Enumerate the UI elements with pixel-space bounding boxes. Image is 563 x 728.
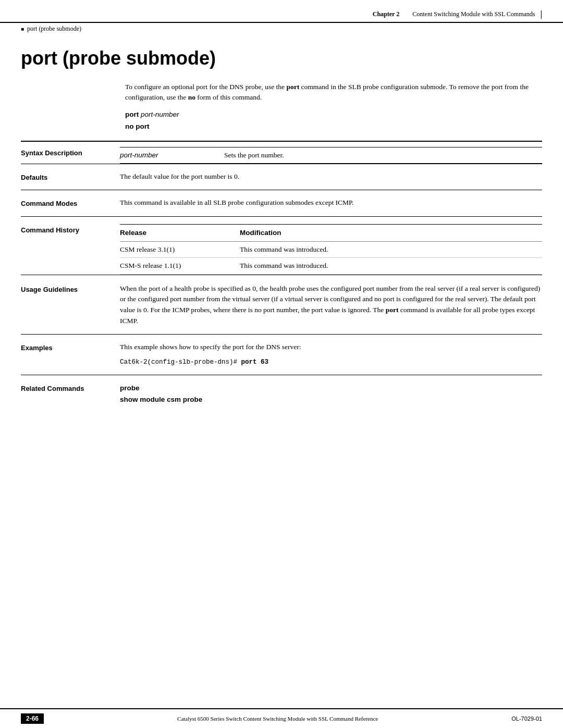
page-header: Chapter 2 Content Switching Module with …: [0, 0, 563, 23]
history-modification-2: This command was introduced.: [240, 258, 542, 274]
history-row-2: CSM-S release 1.1(1) This command was in…: [120, 258, 542, 274]
breadcrumb-text: port (probe submode): [27, 25, 81, 33]
code-cmd: port 63: [237, 359, 268, 366]
syntax-description-label: Syntax Description: [21, 147, 120, 164]
related-cmd-2: show module csm probe: [120, 394, 542, 405]
breadcrumb: ■ port (probe submode): [0, 23, 563, 37]
command-modes-content: This command is available in all SLB pro…: [120, 198, 542, 209]
command-modes-label: Command Modes: [21, 198, 120, 209]
intro-section: To configure an optional port for the DN…: [125, 82, 542, 130]
syntax-param: port-number: [120, 147, 224, 163]
footer-page-number: 2-66: [21, 713, 44, 724]
related-commands-label: Related Commands: [21, 382, 120, 405]
page-footer: 2-66 Catalyst 6500 Series Switch Content…: [0, 708, 563, 728]
related-cmd-1: probe: [120, 382, 542, 394]
usage-guidelines-section: Usage Guidelines When the port of a heal…: [21, 275, 542, 335]
header-chapter: Chapter 2: [373, 10, 399, 18]
intro-paragraph: To configure an optional port for the DN…: [125, 82, 542, 103]
examples-code-line: Cat6k-2(config-slb-probe-dns)# port 63: [120, 356, 542, 367]
history-row-1: CSM release 3.1(1) This command was intr…: [120, 242, 542, 258]
defaults-section: Defaults The default value for the port …: [21, 164, 542, 190]
main-content: port (probe submode) To configure an opt…: [0, 37, 563, 443]
code-prefix: Cat6k-2(config-slb-probe-dns)#: [120, 359, 237, 366]
syntax-line-1: port port-number: [125, 110, 542, 118]
defaults-text: The default value for the port number is…: [120, 172, 239, 180]
header-bar: |: [540, 9, 542, 19]
syntax-row: port-number Sets the port number.: [120, 147, 542, 163]
command-history-content: Release Modification CSM release 3.1(1) …: [120, 224, 542, 275]
defaults-label: Defaults: [21, 171, 120, 183]
header-sep: [403, 10, 408, 18]
history-header-row: Release Modification: [120, 224, 542, 241]
history-release-2: CSM-S release 1.1(1): [120, 258, 240, 274]
header-title: Content Switching Module with SSL Comman…: [412, 10, 535, 18]
syntax-description-section: Syntax Description port-number Sets the …: [21, 141, 542, 164]
history-release-1: CSM release 3.1(1): [120, 242, 240, 258]
examples-intro: This example shows how to specify the po…: [120, 342, 542, 352]
footer-center-text: Catalyst 6500 Series Switch Content Swit…: [54, 715, 501, 722]
usage-text: When the port of a health probe is speci…: [120, 283, 542, 327]
examples-section: Examples This example shows how to speci…: [21, 334, 542, 375]
syntax-desc: Sets the port number.: [224, 147, 542, 163]
history-col1-header: Release: [120, 224, 240, 241]
usage-guidelines-label: Usage Guidelines: [21, 283, 120, 327]
command-history-label: Command History: [21, 224, 120, 275]
history-col2-header: Modification: [240, 224, 542, 241]
command-modes-section: Command Modes This command is available …: [21, 190, 542, 216]
defaults-content: The default value for the port number is…: [120, 171, 542, 183]
related-commands-content: probe show module csm probe: [120, 382, 542, 405]
related-commands-section: Related Commands probe show module csm p…: [21, 375, 542, 412]
command-modes-text: This command is available in all SLB pro…: [120, 199, 353, 206]
page-title: port (probe submode): [21, 47, 542, 69]
syntax-line-2: no port: [125, 122, 542, 130]
usage-guidelines-content: When the port of a health probe is speci…: [120, 283, 542, 327]
syntax-table: port-number Sets the port number.: [120, 147, 542, 164]
breadcrumb-bullet: ■: [21, 26, 24, 32]
examples-label: Examples: [21, 342, 120, 367]
command-history-table: Release Modification CSM release 3.1(1) …: [120, 224, 542, 275]
command-history-section: Command History Release Modification CSM…: [21, 216, 542, 275]
footer-right-text: OL-7029-01: [511, 715, 542, 722]
history-modification-1: This command was introduced.: [240, 242, 542, 258]
examples-content: This example shows how to specify the po…: [120, 342, 542, 367]
syntax-description-content: port-number Sets the port number.: [120, 147, 542, 164]
